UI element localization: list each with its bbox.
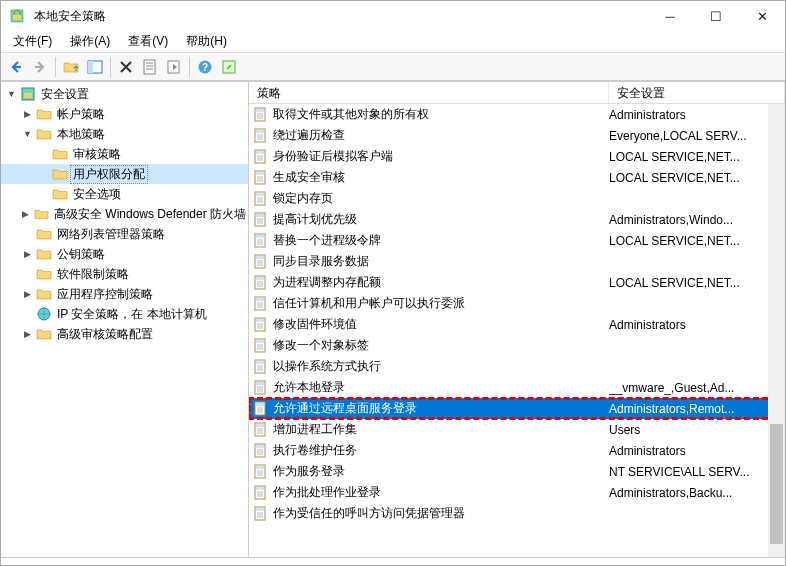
tree-public-key[interactable]: ▶公钥策略 xyxy=(1,244,248,264)
cell-policy: 取得文件或其他对象的所有权 xyxy=(273,106,609,123)
list-row[interactable]: 锁定内存页 xyxy=(249,188,785,209)
show-hide-tree-button[interactable] xyxy=(84,56,106,78)
svg-rect-66 xyxy=(256,319,264,322)
cell-policy: 修改固件环境值 xyxy=(273,316,609,333)
list-row[interactable]: 修改固件环境值Administrators xyxy=(249,314,785,335)
svg-rect-96 xyxy=(256,445,264,448)
tree-adv-audit[interactable]: ▶高级审核策略配置 xyxy=(1,324,248,344)
svg-rect-76 xyxy=(256,361,264,364)
cell-policy: 为进程调整内存配额 xyxy=(273,274,609,291)
refresh-button[interactable] xyxy=(218,56,240,78)
properties-button[interactable] xyxy=(139,56,161,78)
scrollbar-thumb[interactable] xyxy=(770,424,783,544)
tree-root[interactable]: ▼安全设置 xyxy=(1,84,248,104)
cell-setting: NT SERVICE\ALL SERV... xyxy=(609,465,785,479)
cell-setting: Administrators,Remot... xyxy=(609,402,785,416)
menu-file[interactable]: 文件(F) xyxy=(5,31,60,52)
toolbar: ? xyxy=(1,53,785,81)
list-row[interactable]: 提高计划优先级Administrators,Windo... xyxy=(249,209,785,230)
cell-policy: 生成安全审核 xyxy=(273,169,609,186)
tree-ipsec[interactable]: ▶IP 安全策略，在 本地计算机 xyxy=(1,304,248,324)
col-header-policy[interactable]: 策略 xyxy=(249,82,609,103)
list-row[interactable]: 信任计算机和用户帐户可以执行委派 xyxy=(249,293,785,314)
list-body[interactable]: 取得文件或其他对象的所有权Administrators绕过遍历检查Everyon… xyxy=(249,104,785,557)
svg-rect-56 xyxy=(256,277,264,280)
up-button[interactable] xyxy=(60,56,82,78)
list-row[interactable]: 以操作系统方式执行 xyxy=(249,356,785,377)
tree-account-policy[interactable]: ▶帐户策略 xyxy=(1,104,248,124)
tree-app-control[interactable]: ▶应用程序控制策略 xyxy=(1,284,248,304)
tree-security-options[interactable]: ▶安全选项 xyxy=(1,184,248,204)
cell-setting: Administrators,Windo... xyxy=(609,213,785,227)
cell-policy: 锁定内存页 xyxy=(273,190,609,207)
list-header: 策略 安全设置 xyxy=(249,82,785,104)
menubar: 文件(F) 操作(A) 查看(V) 帮助(H) xyxy=(1,31,785,53)
toolbar-sep xyxy=(55,57,56,77)
list-row[interactable]: 绕过遍历检查Everyone,LOCAL SERV... xyxy=(249,125,785,146)
svg-rect-101 xyxy=(256,466,264,469)
list-row[interactable]: 允许通过远程桌面服务登录Administrators,Remot... xyxy=(249,398,785,419)
vertical-scrollbar[interactable] xyxy=(768,104,785,557)
list-row[interactable]: 允许本地登录__vmware_,Guest,Ad... xyxy=(249,377,785,398)
app-window: 本地安全策略 ─ ☐ ✕ 文件(F) 操作(A) 查看(V) 帮助(H) ? ▼… xyxy=(0,0,786,566)
tree-nlm[interactable]: ▶网络列表管理器策略 xyxy=(1,224,248,244)
list-pane: 策略 安全设置 取得文件或其他对象的所有权Administrators绕过遍历检… xyxy=(249,82,785,557)
list-row[interactable]: 身份验证后模拟客户端LOCAL SERVICE,NET... xyxy=(249,146,785,167)
content-area: ▼安全设置▶帐户策略▼本地策略▶审核策略▶用户权限分配▶安全选项▶高级安全 Wi… xyxy=(1,81,785,557)
cell-setting: Users xyxy=(609,423,785,437)
svg-rect-71 xyxy=(256,340,264,343)
minimize-button[interactable]: ─ xyxy=(647,1,693,31)
cell-setting: Administrators xyxy=(609,444,785,458)
close-button[interactable]: ✕ xyxy=(739,1,785,31)
cell-policy: 提高计划优先级 xyxy=(273,211,609,228)
cell-setting: LOCAL SERVICE,NET... xyxy=(609,234,785,248)
cell-policy: 替换一个进程级令牌 xyxy=(273,232,609,249)
tree-pane[interactable]: ▼安全设置▶帐户策略▼本地策略▶审核策略▶用户权限分配▶安全选项▶高级安全 Wi… xyxy=(1,82,249,557)
svg-rect-13 xyxy=(24,93,32,98)
export-list-button[interactable] xyxy=(163,56,185,78)
menu-help[interactable]: 帮助(H) xyxy=(178,31,235,52)
list-row[interactable]: 作为受信任的呼叫方访问凭据管理器 xyxy=(249,503,785,524)
svg-rect-106 xyxy=(256,487,264,490)
tree-software[interactable]: ▶软件限制策略 xyxy=(1,264,248,284)
list-row[interactable]: 执行卷维护任务Administrators xyxy=(249,440,785,461)
back-button[interactable] xyxy=(5,56,27,78)
help-button[interactable]: ? xyxy=(194,56,216,78)
list-row[interactable]: 同步目录服务数据 xyxy=(249,251,785,272)
tree-audit-policy[interactable]: ▶审核策略 xyxy=(1,144,248,164)
cell-policy: 信任计算机和用户帐户可以执行委派 xyxy=(273,295,609,312)
list-row[interactable]: 为进程调整内存配额LOCAL SERVICE,NET... xyxy=(249,272,785,293)
menu-action[interactable]: 操作(A) xyxy=(62,31,118,52)
list-row[interactable]: 作为服务登录NT SERVICE\ALL SERV... xyxy=(249,461,785,482)
cell-policy: 作为服务登录 xyxy=(273,463,609,480)
list-row[interactable]: 生成安全审核LOCAL SERVICE,NET... xyxy=(249,167,785,188)
delete-button[interactable] xyxy=(115,56,137,78)
titlebar: 本地安全策略 ─ ☐ ✕ xyxy=(1,1,785,31)
cell-setting: Everyone,LOCAL SERV... xyxy=(609,129,785,143)
window-title: 本地安全策略 xyxy=(34,8,106,25)
cell-setting: Administrators xyxy=(609,108,785,122)
maximize-button[interactable]: ☐ xyxy=(693,1,739,31)
svg-rect-41 xyxy=(256,214,264,217)
menu-view[interactable]: 查看(V) xyxy=(120,31,176,52)
svg-rect-51 xyxy=(256,256,264,259)
tree-adv-firewall[interactable]: ▶高级安全 Windows Defender 防火墙 xyxy=(1,204,248,224)
list-row[interactable]: 替换一个进程级令牌LOCAL SERVICE,NET... xyxy=(249,230,785,251)
tree-local-policy[interactable]: ▼本地策略 xyxy=(1,124,248,144)
toolbar-sep xyxy=(110,57,111,77)
svg-rect-1 xyxy=(13,15,21,20)
cell-setting: Administrators xyxy=(609,318,785,332)
list-row[interactable]: 增加进程工作集Users xyxy=(249,419,785,440)
list-row[interactable]: 取得文件或其他对象的所有权Administrators xyxy=(249,104,785,125)
list-row[interactable]: 作为批处理作业登录Administrators,Backu... xyxy=(249,482,785,503)
cell-policy: 执行卷维护任务 xyxy=(273,442,609,459)
col-header-setting[interactable]: 安全设置 xyxy=(609,82,785,103)
list-row[interactable]: 修改一个对象标签 xyxy=(249,335,785,356)
forward-button[interactable] xyxy=(29,56,51,78)
svg-rect-81 xyxy=(256,382,264,385)
cell-setting: LOCAL SERVICE,NET... xyxy=(609,171,785,185)
cell-policy: 允许通过远程桌面服务登录 xyxy=(273,400,609,417)
app-icon xyxy=(9,8,25,24)
tree-user-rights[interactable]: ▶用户权限分配 xyxy=(1,164,248,184)
cell-policy: 修改一个对象标签 xyxy=(273,337,609,354)
